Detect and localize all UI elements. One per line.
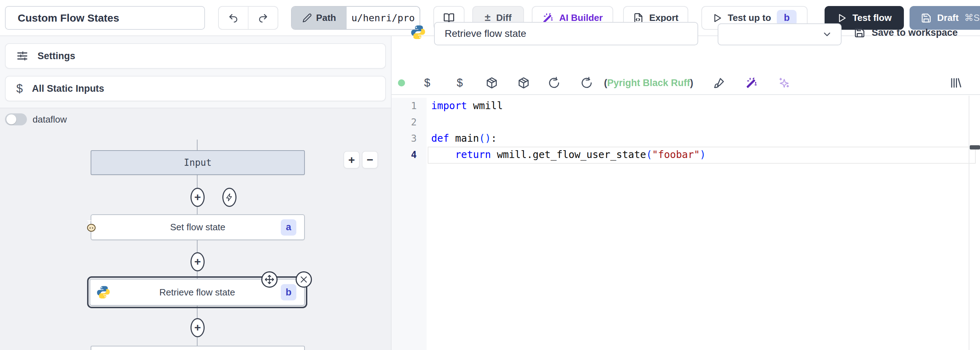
input-node-label: Input	[184, 157, 212, 168]
plus-icon: +	[194, 256, 201, 267]
insert-step-button[interactable]: +	[191, 252, 205, 272]
plus-icon: +	[194, 191, 201, 203]
draft-shortcut: ⌘S	[964, 13, 980, 23]
code-line[interactable]: import wmill	[431, 98, 966, 114]
undo-button[interactable]	[219, 7, 248, 29]
undo-icon	[228, 13, 239, 23]
path-value-text: u/henri/pro	[352, 13, 415, 23]
reload-icon[interactable]	[581, 77, 593, 89]
input-node[interactable]: Input	[91, 150, 305, 175]
code-token: def	[431, 133, 449, 144]
paren-close: )	[690, 78, 693, 89]
zoom-out-button[interactable]: −	[362, 151, 378, 169]
bun-icon	[87, 224, 95, 232]
editor-toolbar: $ $ (Pyright Black Ruff)	[391, 72, 980, 94]
path-label: Path	[316, 13, 336, 23]
dataflow-toggle[interactable]	[5, 113, 27, 125]
code-token: ()	[479, 133, 491, 144]
test-up-to-label: Test up to	[728, 13, 771, 23]
step-name-input[interactable]: Retrieve flow state	[434, 22, 698, 45]
file-code-icon	[633, 13, 644, 23]
save-to-workspace-button[interactable]: Save to workspace	[854, 27, 958, 38]
code-editor[interactable]: 1234 import wmilldef main(): return wmil…	[391, 94, 980, 350]
line-numbers: 1234	[391, 98, 426, 350]
all-static-inputs-card[interactable]: $ All Static Inputs	[5, 76, 386, 101]
path-value[interactable]: u/henri/pro	[347, 7, 420, 29]
trigger-button[interactable]	[222, 188, 237, 207]
step-editor-panel: Retrieve flow state Save to workspace $ …	[391, 36, 980, 350]
move-icon	[264, 275, 274, 284]
dataflow-label: dataflow	[33, 114, 67, 125]
plus-icon: +	[194, 322, 201, 333]
status-dot	[398, 79, 405, 86]
save-icon	[921, 13, 932, 23]
redo-button[interactable]	[248, 7, 278, 29]
save-icon	[854, 27, 865, 38]
step-id-badge-a: a	[281, 219, 296, 236]
toggle-knob	[6, 114, 16, 124]
set-node-label: Set flow state	[170, 222, 225, 233]
code-assistants-label: (Pyright Black Ruff)	[604, 78, 693, 89]
variables-icon[interactable]: $	[424, 77, 430, 89]
dollar-icon: $	[16, 82, 23, 95]
zap-icon	[225, 192, 234, 202]
all-static-inputs-label: All Static Inputs	[32, 83, 104, 94]
paren-open: (	[604, 78, 607, 89]
ai-sparkles-icon[interactable]	[778, 77, 790, 89]
chevron-down-icon	[822, 29, 832, 40]
current-line-highlight	[428, 147, 976, 164]
line-number: 2	[391, 114, 426, 130]
zoom-in-glyph: +	[348, 153, 355, 166]
redo-icon	[258, 13, 268, 23]
package-icon[interactable]	[518, 77, 530, 89]
code-token: import	[431, 100, 467, 112]
code-token: wmill	[467, 100, 503, 112]
draft-label: Draft	[937, 13, 959, 23]
python-icon	[96, 285, 111, 300]
python-icon	[410, 24, 426, 40]
result-node[interactable]: Result	[91, 346, 305, 350]
line-number: 3	[391, 130, 426, 147]
flow-graph-canvas[interactable]: dataflow + − Input + TS Set flow state a…	[0, 109, 391, 350]
package-icon[interactable]	[486, 77, 498, 89]
code-line[interactable]	[431, 114, 966, 130]
close-icon	[299, 275, 309, 284]
pencil-icon	[302, 13, 312, 23]
play-icon	[712, 13, 722, 23]
draft-save-button[interactable]: Draft ⌘S	[910, 6, 980, 30]
library-icon[interactable]	[950, 77, 962, 89]
move-node-button[interactable]	[261, 272, 278, 288]
path-group: Path u/henri/pro	[291, 6, 420, 30]
undo-redo-group	[218, 6, 278, 30]
step-id-badge-b: b	[281, 284, 296, 300]
format-brush-icon[interactable]	[713, 77, 725, 89]
sliders-icon	[16, 50, 28, 62]
flow-title-text: Custom Flow States	[18, 12, 119, 24]
overview-ruler[interactable]	[969, 96, 969, 350]
zoom-out-glyph: −	[367, 153, 374, 166]
zoom-in-button[interactable]: +	[344, 151, 360, 169]
reload-icon[interactable]	[548, 77, 560, 89]
settings-label: Settings	[38, 51, 75, 62]
set-flow-state-node[interactable]: TS Set flow state a	[91, 214, 305, 240]
overview-ruler-cursor-mark	[970, 145, 980, 150]
assistants-text: Pyright Black Ruff	[607, 78, 690, 89]
save-to-workspace-label: Save to workspace	[872, 27, 958, 38]
line-number: 1	[391, 98, 426, 114]
code-token: :	[491, 133, 497, 144]
insert-step-button[interactable]: +	[191, 318, 205, 337]
resources-icon[interactable]: $	[457, 77, 463, 89]
code-token: main	[449, 133, 479, 144]
code-line[interactable]: def main():	[431, 130, 966, 147]
flow-title-input[interactable]: Custom Flow States	[5, 6, 205, 30]
insert-step-button[interactable]: +	[191, 188, 205, 207]
tag-select-dropdown[interactable]	[718, 23, 842, 45]
flow-editor-panel: Settings $ All Static Inputs dataflow + …	[0, 36, 391, 350]
path-button[interactable]: Path	[292, 7, 347, 29]
ai-wand-icon[interactable]	[746, 77, 758, 89]
settings-card[interactable]: Settings	[5, 43, 386, 69]
line-number: 4	[391, 147, 426, 163]
test-flow-label: Test flow	[853, 13, 892, 23]
step-name-text: Retrieve flow state	[445, 28, 526, 39]
delete-node-button[interactable]	[296, 272, 312, 288]
